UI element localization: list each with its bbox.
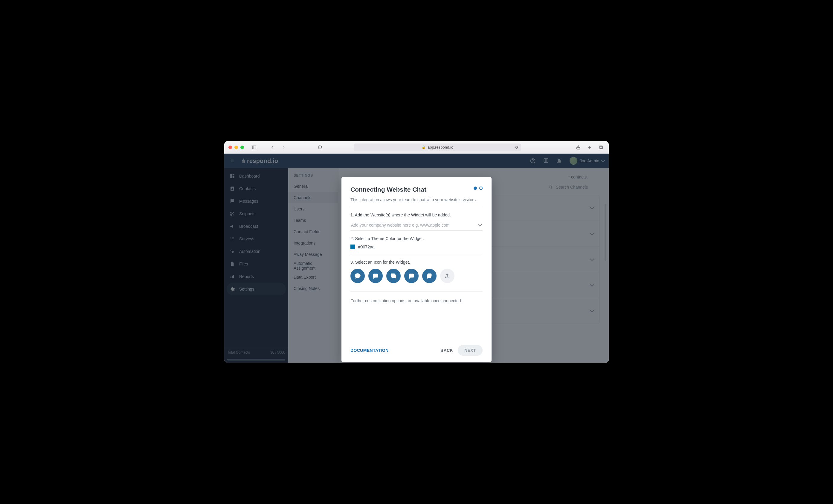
window-minimize-button[interactable] — [234, 146, 238, 149]
step-1-label: 1. Add the Website(s) where the Widget w… — [351, 213, 482, 217]
tabs-overview-icon[interactable] — [597, 144, 604, 151]
step-1-section: 1. Add the Website(s) where the Widget w… — [351, 213, 482, 231]
sidebar-toggle-icon[interactable] — [250, 144, 258, 151]
browser-window: 🔒 app.respond.io ⟳ ⋔ respond.io — [224, 141, 609, 363]
svg-rect-34 — [374, 274, 378, 278]
step-3-section: 3. Select an Icon for the Widget. — [351, 260, 482, 292]
modal-title: Connecting Website Chat — [351, 186, 482, 193]
address-bar[interactable]: 🔒 app.respond.io ⟳ — [354, 143, 521, 151]
widget-icon-option-4[interactable] — [404, 269, 419, 283]
nav-forward-button[interactable] — [279, 144, 288, 151]
modal-actions: DOCUMENTATION BACK NEXT — [351, 345, 482, 356]
svg-rect-6 — [600, 146, 603, 149]
documentation-link[interactable]: DOCUMENTATION — [351, 348, 389, 353]
browser-toolbar: 🔒 app.respond.io ⟳ — [224, 141, 609, 154]
app-root: ⋔ respond.io Joe Admin — [224, 154, 609, 363]
modal-description: This integration allows your team to cha… — [351, 197, 482, 207]
svg-rect-7 — [599, 146, 602, 148]
privacy-shield-icon[interactable] — [316, 144, 324, 151]
browser-right-tools — [575, 144, 604, 151]
step-3-label: 3. Select an Icon for the Widget. — [351, 260, 482, 265]
svg-rect-36 — [392, 275, 396, 278]
widget-icon-option-2[interactable] — [368, 269, 383, 283]
back-button[interactable]: BACK — [436, 345, 458, 356]
share-icon[interactable] — [575, 144, 582, 151]
color-swatch — [351, 244, 355, 249]
window-controls — [229, 146, 244, 149]
address-host: app.respond.io — [428, 145, 453, 149]
svg-rect-41 — [427, 275, 431, 278]
step-indicator — [474, 187, 482, 190]
step-dot-2 — [479, 187, 482, 190]
svg-rect-0 — [252, 146, 256, 149]
widget-icon-option-3[interactable] — [386, 269, 401, 283]
widget-icon-option-1[interactable] — [351, 269, 365, 283]
svg-rect-37 — [409, 274, 414, 278]
lock-icon: 🔒 — [422, 145, 426, 149]
color-value: #0072aa — [358, 244, 375, 249]
window-close-button[interactable] — [229, 146, 232, 149]
step-dot-1 — [474, 187, 477, 190]
theme-color-picker[interactable]: #0072aa — [351, 244, 482, 255]
widget-icon-upload[interactable] — [440, 269, 454, 283]
nav-back-button[interactable] — [268, 144, 277, 151]
next-button[interactable]: NEXT — [458, 345, 482, 356]
chevron-down-icon[interactable] — [478, 222, 481, 228]
connect-website-chat-modal: Connecting Website Chat This integration… — [341, 177, 492, 362]
window-zoom-button[interactable] — [240, 146, 244, 149]
new-tab-icon[interactable] — [586, 144, 593, 151]
step-2-label: 2. Select a Theme Color for the Widget. — [351, 236, 482, 241]
widget-icon-option-5[interactable] — [422, 269, 436, 283]
reload-icon[interactable]: ⟳ — [515, 145, 519, 150]
modal-note: Further customization options are availa… — [351, 298, 482, 303]
step-2-section: 2. Select a Theme Color for the Widget. … — [351, 236, 482, 255]
website-input[interactable] — [351, 220, 482, 231]
